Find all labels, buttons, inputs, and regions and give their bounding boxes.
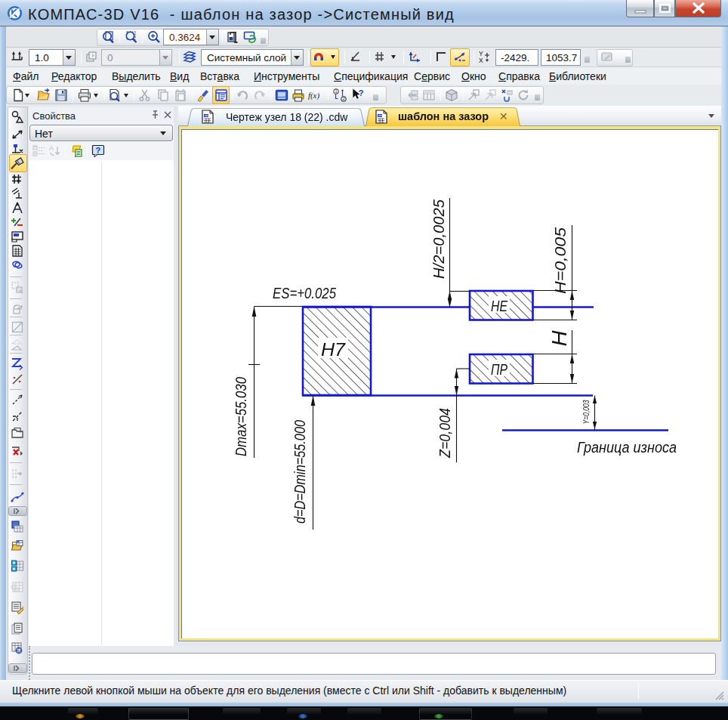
svg-text:Y=0,003: Y=0,003	[581, 400, 591, 424]
svg-text:X: X	[479, 57, 483, 64]
svg-text:1: 1	[335, 88, 338, 94]
svg-text:H/2=0,0025: H/2=0,0025	[430, 199, 447, 279]
svg-text:Z=0,004: Z=0,004	[436, 408, 453, 459]
svg-text:Граница износа: Граница износа	[577, 439, 677, 456]
svg-text:A: A	[49, 144, 54, 152]
svg-text:H7: H7	[321, 339, 347, 360]
svg-text:H=0,005: H=0,005	[552, 227, 569, 294]
svg-text:?: ?	[359, 88, 364, 97]
svg-text:Dmax=55.030: Dmax=55.030	[233, 377, 249, 456]
svg-text:2: 2	[342, 96, 345, 101]
svg-text:f(x): f(x)	[308, 91, 319, 100]
svg-text:ES=+0.025: ES=+0.025	[273, 284, 336, 301]
svg-text:H: H	[548, 330, 571, 347]
svg-text:НЕ: НЕ	[491, 297, 508, 314]
svg-text:ПР: ПР	[491, 360, 507, 378]
svg-text:d=D=Dmin=55.000: d=D=Dmin=55.000	[292, 420, 308, 524]
svg-text:?: ?	[96, 146, 101, 155]
